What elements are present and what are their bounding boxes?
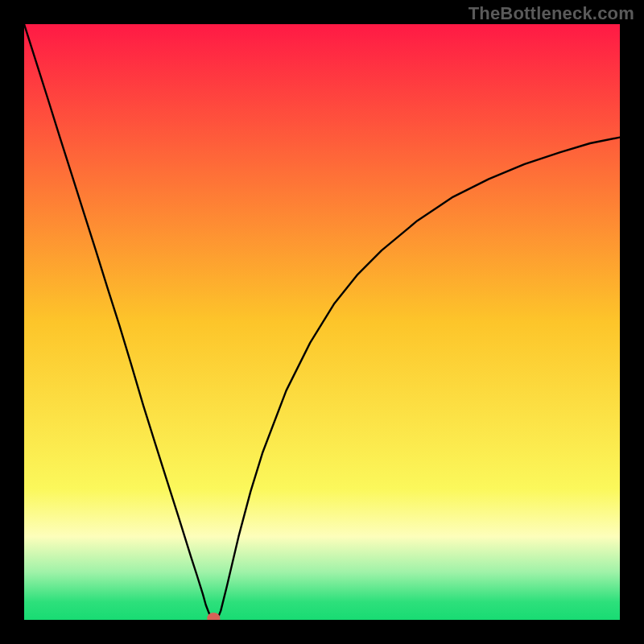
plot-area bbox=[24, 24, 620, 620]
watermark-text: TheBottleneck.com bbox=[469, 3, 634, 24]
chart-svg bbox=[24, 24, 620, 620]
chart-container: TheBottleneck.com bbox=[0, 0, 644, 644]
